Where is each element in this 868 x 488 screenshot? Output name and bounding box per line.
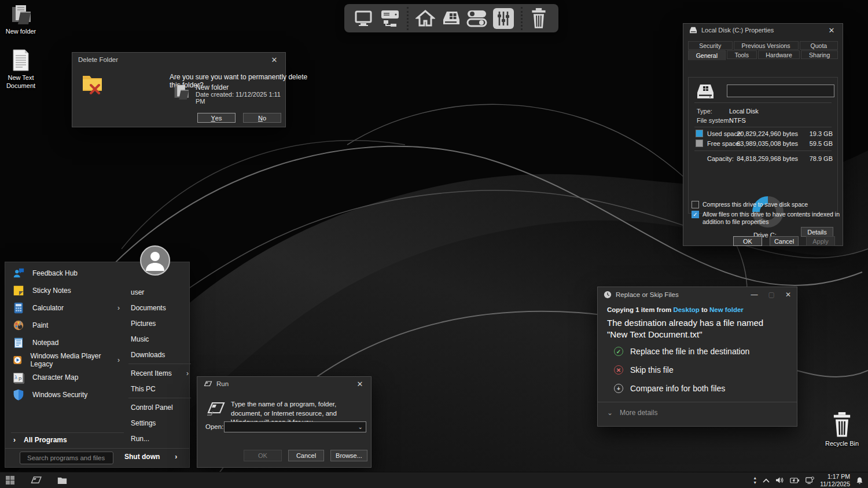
volume-icon[interactable] bbox=[775, 476, 784, 484]
menu-item-notepad[interactable]: Notepad bbox=[8, 334, 124, 351]
menu-item-control-panel[interactable]: Control Panel bbox=[128, 399, 191, 415]
index-checkbox[interactable]: ✓ bbox=[692, 211, 699, 218]
menu-item-feedback-hub[interactable]: Feedback Hub bbox=[8, 265, 124, 282]
tab-previous-versions[interactable]: Previous Versions bbox=[734, 41, 799, 50]
home-icon[interactable] bbox=[415, 9, 435, 28]
start-menu-apps: Feedback Hub Sticky Notes Calculator › P… bbox=[8, 265, 124, 403]
menu-divider bbox=[128, 398, 191, 398]
clock-time: 1:17 PM bbox=[820, 473, 850, 480]
more-details-toggle[interactable]: ⌄ More details bbox=[607, 409, 657, 417]
compare-files-option[interactable]: + Compare info for both files bbox=[614, 384, 725, 393]
arrow-down-icon[interactable]: ▼ bbox=[753, 481, 757, 485]
tab-general[interactable]: General bbox=[688, 50, 726, 60]
tab-sharing[interactable]: Sharing bbox=[801, 50, 838, 59]
pc-tower-network-icon[interactable] bbox=[379, 9, 400, 28]
sliders-icon[interactable] bbox=[493, 8, 514, 29]
no-button[interactable]: No bbox=[243, 113, 281, 123]
menu-item-wmp-legacy[interactable]: Windows Media Player Legacy › bbox=[8, 351, 124, 369]
delete-folder-dialog: Delete Folder ✕ Are you sure you want to… bbox=[72, 52, 286, 127]
details-button[interactable]: Details bbox=[801, 227, 833, 237]
volume-label-input[interactable] bbox=[727, 85, 834, 97]
tab-security[interactable]: Security bbox=[688, 41, 733, 50]
copy-destination-link[interactable]: New folder bbox=[709, 306, 744, 313]
yes-button[interactable]: Yes bbox=[197, 113, 236, 123]
properties-titlebar[interactable]: Local Disk (C:) Properties ✕ bbox=[683, 24, 843, 36]
monitor-icon[interactable] bbox=[355, 10, 374, 27]
network-display-icon[interactable] bbox=[805, 476, 814, 485]
menu-item-label: Feedback Hub bbox=[32, 269, 78, 277]
menu-item-settings[interactable]: Settings bbox=[128, 415, 191, 431]
menu-item-documents[interactable]: Documents bbox=[128, 300, 191, 315]
menu-item-paint[interactable]: Paint bbox=[8, 317, 124, 334]
desktop-icon-label: New Text Document bbox=[0, 74, 42, 90]
menu-item-run[interactable]: Run... bbox=[128, 431, 191, 446]
shut-down-button[interactable]: Shut down › bbox=[124, 453, 177, 461]
toggles-icon[interactable] bbox=[465, 9, 488, 28]
battery-icon[interactable] bbox=[790, 477, 799, 484]
menu-item-windows-security[interactable]: Windows Security bbox=[8, 386, 124, 403]
ok-button[interactable]: OK bbox=[244, 450, 282, 461]
taskbar-clock[interactable]: 1:17 PM 11/12/2025 bbox=[820, 473, 850, 487]
compress-checkbox-label: Compress this drive to save disk space bbox=[703, 201, 836, 208]
menu-item-character-map[interactable]: λP Character Map bbox=[8, 369, 124, 386]
text-document-icon bbox=[11, 49, 31, 72]
menu-item-user[interactable]: user bbox=[128, 284, 191, 300]
copy-source-link[interactable]: Desktop bbox=[673, 306, 699, 313]
menu-item-recent-items[interactable]: Recent Items› bbox=[128, 365, 191, 381]
ok-button[interactable]: OK bbox=[733, 236, 762, 246]
option-label: Compare info for both files bbox=[630, 384, 725, 393]
run-titlebar[interactable]: Run ✕ bbox=[197, 377, 371, 391]
cancel-button[interactable]: Cancel bbox=[770, 236, 799, 246]
toolbar-divider bbox=[407, 7, 409, 30]
tab-tools[interactable]: Tools bbox=[727, 50, 757, 59]
desktop-icon-new-folder[interactable]: New folder bbox=[0, 3, 42, 36]
taskbar-run-app-icon[interactable] bbox=[30, 476, 42, 485]
file-explorer-icon[interactable] bbox=[57, 476, 67, 485]
replace-titlebar[interactable]: Replace or Skip Files — ▢ ✕ bbox=[598, 287, 797, 302]
menu-item-label: Documents bbox=[131, 304, 166, 312]
search-input[interactable] bbox=[27, 454, 116, 461]
menu-item-music[interactable]: Music bbox=[128, 331, 191, 347]
close-icon[interactable]: ✕ bbox=[269, 56, 279, 64]
minimize-icon[interactable]: — bbox=[751, 291, 758, 299]
desktop-icon-new-text-document[interactable]: New Text Document bbox=[0, 49, 42, 90]
run-open-combobox[interactable]: ⌄ bbox=[224, 421, 366, 432]
tray-scroll-arrows[interactable]: ▲▼ bbox=[753, 476, 757, 485]
browse-button[interactable]: Browse... bbox=[330, 450, 367, 461]
arrow-up-icon[interactable]: ▲ bbox=[753, 476, 757, 480]
run-icon-large bbox=[205, 401, 225, 416]
chevron-down-icon[interactable]: ⌄ bbox=[355, 424, 366, 430]
apply-button[interactable]: Apply bbox=[806, 236, 835, 246]
notification-bell-icon[interactable] bbox=[856, 476, 863, 485]
tab-quota[interactable]: Quota bbox=[800, 41, 838, 50]
replace-file-option[interactable]: ✓ Replace the file in the destination bbox=[614, 347, 749, 356]
menu-divider bbox=[11, 432, 124, 433]
delete-dialog-title: Delete Folder bbox=[78, 56, 118, 63]
menu-item-calculator[interactable]: Calculator › bbox=[8, 299, 124, 317]
windows-drive-icon[interactable] bbox=[440, 9, 461, 28]
start-button[interactable] bbox=[6, 476, 14, 485]
tab-hardware[interactable]: Hardware bbox=[758, 50, 800, 59]
cancel-button[interactable]: Cancel bbox=[288, 450, 324, 461]
user-avatar[interactable] bbox=[140, 245, 170, 276]
tab-row-secondary: Security Previous Versions Quota bbox=[688, 41, 838, 50]
all-programs-button[interactable]: › All Programs bbox=[13, 436, 67, 444]
maximize-icon[interactable]: ▢ bbox=[768, 291, 775, 299]
close-icon[interactable]: ✕ bbox=[355, 380, 365, 388]
x-circle-icon: ✕ bbox=[614, 365, 623, 375]
close-icon[interactable]: ✕ bbox=[826, 26, 837, 35]
trash-icon[interactable] bbox=[529, 8, 548, 29]
menu-item-downloads[interactable]: Downloads bbox=[128, 347, 191, 362]
delete-dialog-titlebar[interactable]: Delete Folder ✕ bbox=[72, 53, 285, 67]
desktop-icon-recycle-bin[interactable]: Recycle Bin bbox=[821, 412, 863, 448]
skip-file-option[interactable]: ✕ Skip this file bbox=[614, 365, 674, 375]
close-icon[interactable]: ✕ bbox=[785, 291, 791, 299]
copy-status-line: Copying 1 item from Desktop to New folde… bbox=[607, 306, 744, 313]
compress-checkbox[interactable] bbox=[692, 201, 699, 208]
start-search-box[interactable] bbox=[20, 452, 113, 464]
menu-item-pictures[interactable]: Pictures bbox=[128, 315, 191, 331]
menu-item-this-pc[interactable]: This PC bbox=[128, 381, 191, 397]
file-copy-icon bbox=[604, 291, 612, 299]
hidden-icons-chevron[interactable] bbox=[763, 478, 770, 483]
menu-item-sticky-notes[interactable]: Sticky Notes bbox=[8, 282, 124, 299]
